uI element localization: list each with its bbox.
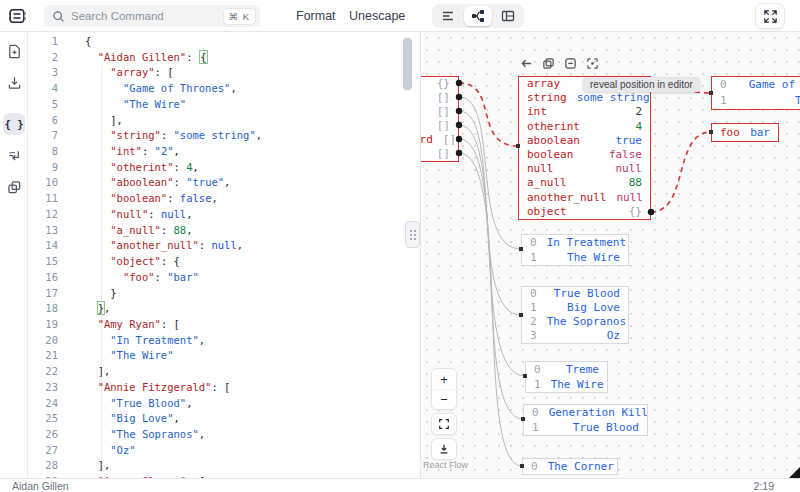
unescape-button[interactable]: Unescape [349, 0, 405, 32]
format-button[interactable]: Format [296, 0, 336, 32]
copy-icon [542, 57, 555, 70]
node-row: a_null88 [519, 176, 650, 190]
back-button[interactable] [518, 56, 534, 71]
anwan-glover-array-node[interactable]: 0Treme1The Wire [525, 361, 608, 393]
code-line: 4 "Game of Thrones", [28, 81, 420, 97]
node-row: Anwan Glover[] [420, 119, 458, 133]
minus-square-icon [564, 57, 577, 70]
graph-view-button[interactable] [464, 6, 492, 26]
file-plus-icon [7, 44, 22, 59]
clarke-peters-array-node[interactable]: 0The Corner [522, 458, 618, 475]
fit-view-icon [438, 418, 450, 430]
node-row: 1True Blood [524, 420, 647, 435]
code-line: 21 "The Wire" [28, 348, 420, 364]
zoom-controls: + − [431, 368, 457, 463]
align-left-icon [441, 9, 455, 23]
focus-node-button[interactable] [584, 56, 600, 71]
sidebar: { } [0, 32, 28, 478]
braces-icon: { } [5, 118, 24, 130]
code-line: 24 "True Blood", [28, 396, 420, 412]
header: Search Command ⌘ K Format Unescape [0, 0, 800, 32]
code-line: 5 "The Wire" [28, 97, 420, 113]
edge-root-to-anwan [459, 125, 525, 376]
code-line: 18 }, [28, 301, 420, 317]
collapse-node-button[interactable] [562, 56, 578, 71]
code-line: 14 "another_null": null, [28, 238, 420, 254]
node-row: stringsome string [519, 91, 650, 105]
download-image-button[interactable] [432, 439, 456, 459]
code-line: 12 "null": null, [28, 207, 420, 223]
transform-tool-button[interactable] [3, 145, 25, 167]
node-row: 2The Sopranos [522, 315, 628, 329]
annie-fitzgerald-array-node[interactable]: 0True Blood1Big Love2The Sopranos3Oz [521, 286, 629, 344]
expand-icon [763, 9, 778, 24]
node-row: 3Oz [522, 329, 628, 343]
alexander-skarsgard-array-node[interactable]: 0Generation Kill1True Blood [523, 404, 648, 436]
editor-scrollbar[interactable] [403, 38, 412, 90]
node-row: 1The Wire [712, 93, 800, 109]
search-input[interactable]: Search Command ⌘ K [44, 5, 260, 27]
code-line: 17 } [28, 286, 420, 302]
copy-node-button[interactable] [540, 56, 556, 71]
copy-stack-icon [7, 180, 22, 195]
fit-view-button[interactable] [432, 414, 456, 434]
node-row: 0True Blood [522, 287, 628, 301]
app: Search Command ⌘ K Format Unescape [0, 0, 800, 492]
node-row: booleanfalse [519, 148, 650, 162]
amy-ryan-array-node[interactable]: 0In Treatment1The Wire [521, 234, 629, 266]
object-foo-node[interactable]: foobar [711, 123, 779, 142]
arrow-left-icon [520, 57, 533, 70]
graph-canvas[interactable]: Aidan Gillen{}Amy Ryan[]Annie Fitzgerald… [420, 32, 800, 478]
view-switcher [432, 4, 524, 28]
code-editor[interactable]: 1{2 "Aidan Gillen": {3 "array": [4 "Game… [28, 32, 420, 478]
node-row: 0Generation Kill [524, 405, 647, 420]
flow-graph-icon [471, 9, 485, 23]
node-row: Clarke Peters[] [420, 147, 458, 161]
code-line: 10 "aboolean": "true", [28, 175, 420, 191]
aidan-gillen-object-node[interactable]: array[]stringsome stringint2otherint4abo… [518, 76, 651, 220]
array-values-node[interactable]: 0Game of Thrones1The Wire [711, 76, 800, 110]
duplicate-tool-button[interactable] [3, 176, 25, 198]
node-row: 0Game of Thrones [712, 77, 800, 93]
node-row: object{} [519, 205, 650, 219]
node-row: foobar [712, 124, 778, 141]
code-line: 22 ], [28, 364, 420, 380]
corner-resize-handle[interactable] [789, 467, 800, 478]
scan-focus-icon [586, 57, 599, 70]
grip-dots-icon [410, 230, 416, 240]
code-line: 2 "Aidan Gillen": { [28, 50, 420, 66]
node-row: another_nullnull [519, 191, 650, 205]
code-line: 25 "Big Love", [28, 411, 420, 427]
node-row: Annie Fitzgerald[] [420, 105, 458, 119]
zoom-out-button[interactable]: − [432, 389, 456, 409]
edge-root-to-annie [459, 111, 521, 315]
code-line: 19 "Amy Ryan": [ [28, 317, 420, 333]
node-row: 1The Wire [526, 377, 607, 392]
code-line: 20 "In Treatment", [28, 333, 420, 349]
root-object-node[interactable]: Aidan Gillen{}Amy Ryan[]Annie Fitzgerald… [420, 76, 459, 162]
code-line: 3 "array": [ [28, 65, 420, 81]
json-editor-tool-button[interactable]: { } [3, 113, 25, 135]
node-row: 0Treme [526, 362, 607, 377]
code-line: 11 "boolean": false, [28, 191, 420, 207]
node-row: 0The Corner [523, 459, 617, 474]
code-lines: 1{2 "Aidan Gillen": {3 "array": [4 "Game… [28, 34, 420, 478]
new-document-button[interactable] [3, 40, 25, 62]
node-toolbar [518, 56, 600, 71]
fullscreen-button[interactable] [755, 3, 785, 29]
download-image-icon [438, 443, 450, 455]
code-line: 23 "Annie Fitzgerald": [ [28, 380, 420, 396]
app-logo-icon[interactable] [7, 6, 27, 26]
node-row: int2 [519, 105, 650, 119]
download-button[interactable] [3, 71, 25, 93]
text-view-button[interactable] [434, 6, 462, 26]
tooltip: reveal position in editor [583, 77, 700, 92]
panel-resize-handle[interactable] [405, 221, 420, 248]
node-row: Aidan Gillen{} [420, 77, 458, 91]
edge-root-to-amy [459, 97, 521, 249]
code-line: 1{ [28, 34, 420, 50]
table-view-button[interactable] [494, 6, 522, 26]
edge-root-to-clarke [459, 153, 522, 466]
code-line: 28 ], [28, 458, 420, 474]
zoom-in-button[interactable]: + [432, 369, 456, 389]
